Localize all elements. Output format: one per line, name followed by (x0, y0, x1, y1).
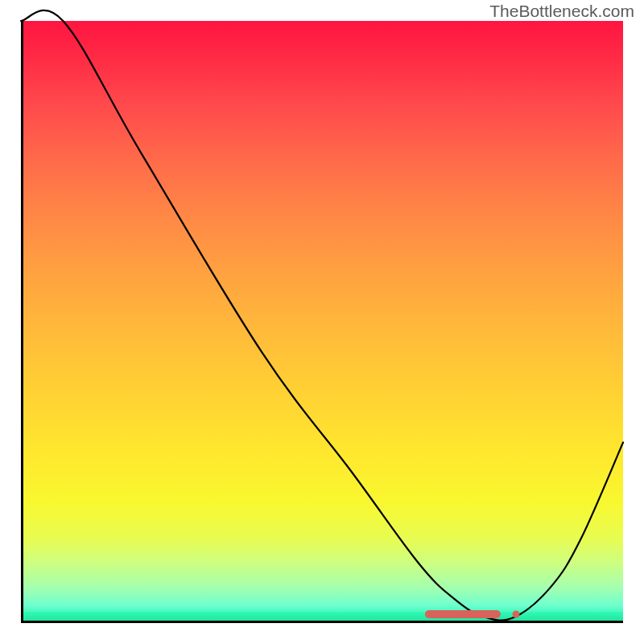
x-axis (21, 621, 623, 623)
chart-plot-area (21, 21, 623, 623)
optimum-end-dot (513, 611, 520, 618)
watermark-text: TheBottleneck.com (489, 2, 634, 21)
y-axis (21, 21, 23, 623)
chart-axes (21, 21, 623, 623)
optimum-cluster (425, 610, 501, 618)
